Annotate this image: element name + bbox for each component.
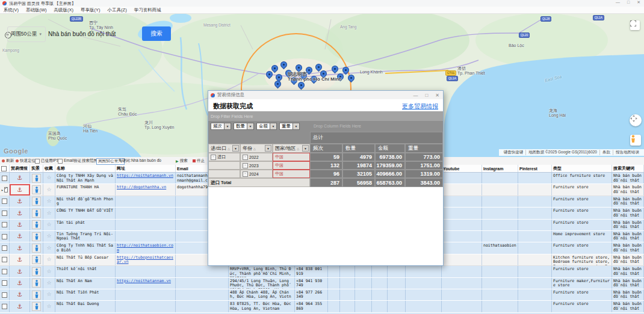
start-search-button[interactable]: ▶搜索 xyxy=(176,158,188,164)
menu-item[interactable]: 小工具(Z) xyxy=(104,7,131,13)
more-trade-info-link[interactable]: 更多贸易情报 xyxy=(402,102,438,111)
refresh-button[interactable]: 刷新 xyxy=(2,158,14,164)
trade-intel-icon[interactable]: ⚓ xyxy=(17,176,22,180)
pivot-row-group[interactable]: -进口 xyxy=(208,153,240,161)
column-header-url[interactable]: 网址 xyxy=(116,165,176,172)
website-link[interactable]: https://noithatanmanh.vn xyxy=(117,173,173,178)
pivot-field-import-export[interactable]: 进/出口△▼ xyxy=(208,144,240,153)
menu-item[interactable]: 尊享版(Y) xyxy=(77,7,104,13)
close-button[interactable]: ✕ xyxy=(637,0,640,5)
collapse-icon[interactable]: - xyxy=(243,171,248,177)
trade-intel-icon[interactable]: ⚓ xyxy=(17,281,22,286)
column-header-keyword[interactable]: 搜索关键词 xyxy=(612,165,644,172)
row-checkbox[interactable] xyxy=(2,176,7,181)
favorite-star-icon[interactable]: ☆ xyxy=(46,188,51,192)
street-view-button[interactable] xyxy=(32,291,41,300)
row-checkbox[interactable] xyxy=(2,292,7,298)
email-verify-checkbox[interactable]: Email验证 xyxy=(58,158,81,164)
row-checkbox[interactable] xyxy=(2,245,7,251)
street-view-button[interactable] xyxy=(32,267,41,276)
menu-item[interactable]: 基础版(W) xyxy=(22,7,51,13)
column-header-sel[interactable] xyxy=(0,165,10,172)
chevron-down-icon[interactable]: ▼ xyxy=(293,123,300,130)
pegman-icon[interactable] xyxy=(630,135,641,146)
chevron-down-icon[interactable]: ▼ xyxy=(302,145,309,152)
street-view-button[interactable] xyxy=(32,220,41,229)
street-view-button[interactable] xyxy=(32,255,41,264)
trade-intel-icon[interactable]: ⚓ xyxy=(17,223,22,227)
trade-intel-icon[interactable]: ⚓ xyxy=(17,246,22,251)
favorite-star-icon[interactable]: ☆ xyxy=(46,257,51,262)
street-view-button[interactable] xyxy=(32,232,41,241)
table-row[interactable]: ⚓☆Thiết kế nội thấtRRVP+VRR, Long Bình, … xyxy=(0,266,644,277)
menu-item[interactable]: 系统(V) xyxy=(0,7,22,13)
pivot-row-year[interactable]: -2024 xyxy=(240,170,273,178)
trade-intel-icon[interactable]: ⚓ xyxy=(17,257,22,262)
attribution-item[interactable]: 键盘快捷键 xyxy=(501,150,526,155)
trade-intel-icon[interactable]: ⚓ xyxy=(17,304,22,309)
pivot-filter-field[interactable]: 金额▼ xyxy=(256,123,277,130)
radius-select[interactable]: 周围50公里▼ xyxy=(7,26,46,42)
table-row[interactable]: ⚓☆Nội Thất Đại Dương83 ĐT825, TT. Đức Hò… xyxy=(0,301,644,312)
column-header-youtube[interactable]: Youtube xyxy=(442,165,482,172)
pivot-field-country[interactable]: 国家/地区△▼ xyxy=(273,144,310,153)
street-view-button[interactable] xyxy=(32,302,41,311)
dialog-maximize-button[interactable]: □ xyxy=(425,93,428,98)
attribution-item[interactable]: 条款 xyxy=(599,150,613,155)
column-header-instagram[interactable]: Instagram xyxy=(482,165,518,172)
pan-control-icon[interactable] xyxy=(630,114,642,126)
website-link[interactable]: https://noithatannam.vn xyxy=(117,279,171,283)
favorite-star-icon[interactable]: ☆ xyxy=(46,281,51,286)
trade-intel-icon[interactable]: ⚓ xyxy=(17,199,22,204)
used-ips-checkbox[interactable]: 已使用IPS xyxy=(35,158,59,164)
website-link[interactable]: http://noithatsaobien.com xyxy=(117,243,173,253)
fullscreen-icon[interactable] xyxy=(630,20,640,30)
row-checkbox[interactable] xyxy=(2,280,7,286)
column-header-type[interactable]: 类型 xyxy=(552,165,612,172)
row-checkbox[interactable] xyxy=(2,257,7,262)
minimize-button[interactable]: — xyxy=(616,0,620,5)
trade-intel-icon[interactable]: ⚓ xyxy=(17,188,22,192)
row-checkbox[interactable] xyxy=(2,304,7,309)
column-header-fav[interactable]: 收藏 xyxy=(43,165,55,172)
trade-intel-icon[interactable]: ⚓ xyxy=(17,234,22,239)
menu-item[interactable]: 学习资料商城 xyxy=(131,7,165,13)
favorite-star-icon[interactable]: ☆ xyxy=(46,234,51,239)
pivot-row-year[interactable]: -2022 xyxy=(240,153,273,161)
dialog-minimize-button[interactable]: — xyxy=(413,93,418,98)
favorite-star-icon[interactable]: ☆ xyxy=(46,246,51,251)
favorite-star-icon[interactable]: ☆ xyxy=(46,176,51,180)
favorite-star-icon[interactable]: ☆ xyxy=(46,269,51,274)
chevron-down-icon[interactable]: ▼ xyxy=(232,145,239,152)
street-view-button[interactable] xyxy=(32,209,41,218)
column-header-scene[interactable]: 实景 xyxy=(30,165,43,172)
street-view-button[interactable] xyxy=(32,185,41,194)
street-view-button[interactable] xyxy=(32,279,41,288)
pivot-row-year[interactable]: -2023 xyxy=(240,161,273,170)
keyword-value[interactable]: Nhà bán buôn đồ xyxy=(131,158,161,162)
column-header-trade[interactable]: 贸易情报 xyxy=(10,165,30,172)
drop-filter-zone[interactable]: Drop Filter Fields Here xyxy=(208,111,443,121)
pivot-filter-field[interactable]: 数量▼ xyxy=(234,123,254,130)
favorite-star-icon[interactable]: ☆ xyxy=(46,304,51,309)
chevron-down-icon[interactable]: ▼ xyxy=(247,123,254,130)
column-header-pinterest[interactable]: Pinterest xyxy=(518,165,552,172)
dialog-close-button[interactable]: ✕ xyxy=(435,93,439,98)
website-link[interactable]: http://dogothanhha.vn xyxy=(117,185,166,189)
row-checkbox[interactable] xyxy=(2,222,7,227)
collapse-icon[interactable]: - xyxy=(211,155,216,160)
attribution-item[interactable]: 报告地图错误 xyxy=(613,150,642,155)
street-view-button[interactable] xyxy=(32,174,41,183)
row-checkbox[interactable] xyxy=(4,187,8,192)
chevron-down-icon[interactable]: ▼ xyxy=(265,145,271,152)
attribution-item[interactable]: 地图数据 ©2025 Google GS(2011)6020 xyxy=(525,150,599,155)
search-button[interactable]: 搜索 xyxy=(142,26,171,41)
menu-item[interactable]: 高级版(X) xyxy=(51,7,78,13)
favorite-star-icon[interactable]: ☆ xyxy=(46,211,51,216)
table-row[interactable]: ⚓☆Nội Thất An Namhttps://noithatannam.vn… xyxy=(0,278,644,289)
column-header-name[interactable]: 名称 xyxy=(55,165,116,172)
pivot-filter-field[interactable]: 频次▼ xyxy=(211,123,231,130)
collapse-icon[interactable]: - xyxy=(243,155,248,160)
trade-intel-icon[interactable]: ⚓ xyxy=(17,269,22,274)
chevron-down-icon[interactable]: ▼ xyxy=(270,123,277,130)
